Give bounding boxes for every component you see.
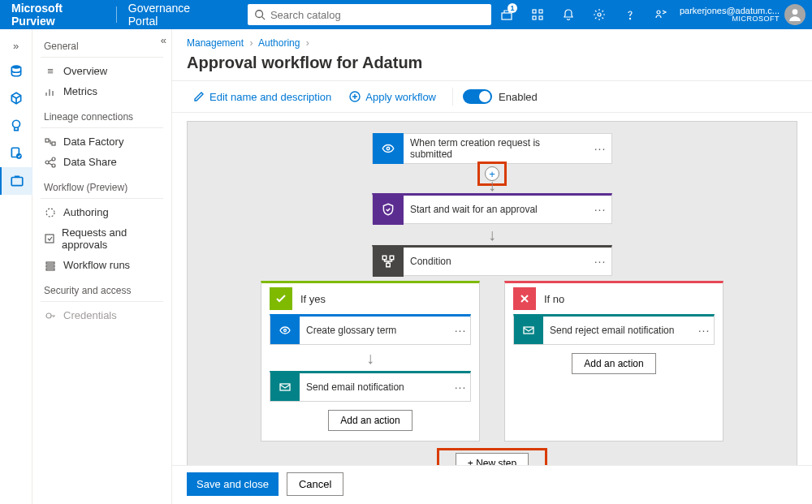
rail-item-sources[interactable] (0, 57, 32, 84)
gear-icon[interactable] (584, 0, 615, 29)
sidebar-item-data-share[interactable]: Data Share (32, 152, 171, 172)
cancel-button[interactable]: Cancel (287, 472, 343, 496)
sidebar-item-label: Authoring (63, 206, 109, 218)
overview-icon: ≡ (44, 65, 57, 77)
eye-icon (270, 317, 300, 344)
rail-item-management[interactable] (0, 167, 32, 195)
arrow-down-icon: ↓ (270, 345, 471, 371)
svg-point-12 (12, 120, 19, 127)
cmd-label: Apply workflow (365, 91, 436, 103)
svg-point-10 (793, 9, 798, 15)
canvas-scroll[interactable]: When term creation request is submitted … (172, 113, 812, 465)
edit-name-button[interactable]: Edit name and description (187, 88, 338, 106)
svg-point-21 (46, 209, 54, 217)
more-icon[interactable]: ··· (589, 142, 611, 155)
help-icon[interactable] (615, 0, 646, 29)
user-text: parkerjones@adatum.c... MICROSOFT (680, 6, 780, 24)
svg-rect-30 (390, 256, 394, 260)
search-wrap (248, 4, 491, 25)
more-icon[interactable]: ··· (694, 324, 714, 337)
create-term-card[interactable]: Create glossary term ··· (270, 314, 471, 345)
add-action-button[interactable]: Add an action (572, 353, 655, 374)
new-step-button[interactable]: + New step (456, 453, 529, 465)
svg-rect-15 (11, 178, 23, 186)
diagnostics-icon[interactable]: 1 (491, 0, 522, 29)
sidebar-item-requests[interactable]: Requests and approvals (32, 222, 171, 255)
svg-rect-3 (533, 10, 536, 13)
section-general: General (32, 36, 171, 55)
enabled-toggle[interactable] (463, 89, 492, 104)
svg-rect-17 (52, 142, 55, 145)
trigger-card[interactable]: When term creation request is submitted … (372, 133, 612, 164)
portal-name[interactable]: Governance Portal (117, 2, 230, 28)
svg-point-28 (387, 147, 389, 149)
left-rail: » (0, 29, 32, 504)
more-icon[interactable]: ··· (451, 324, 470, 337)
send-reject-card[interactable]: Send reject email notification ··· (513, 314, 715, 345)
more-icon[interactable]: ··· (451, 381, 470, 394)
card-label: Send reject email notification (543, 325, 694, 336)
grid-icon[interactable] (522, 0, 553, 29)
rail-item-insights[interactable] (0, 112, 32, 140)
command-bar: Edit name and description Apply workflow… (172, 80, 812, 113)
brand-name[interactable]: Microsoft Purview (0, 2, 116, 28)
mail-icon (270, 373, 300, 401)
user-block[interactable]: parkerjones@adatum.c... MICROSOFT (676, 4, 812, 25)
cmd-label: Edit name and description (209, 91, 331, 103)
condition-card[interactable]: Condition ··· (372, 245, 612, 276)
more-icon[interactable]: ··· (589, 203, 611, 216)
feedback-icon[interactable] (646, 0, 676, 29)
svg-rect-5 (533, 16, 536, 19)
sidebar-item-data-factory[interactable]: Data Factory (32, 131, 171, 152)
sidebar-item-credentials[interactable]: Credentials (32, 305, 171, 325)
rail-item-catalog[interactable] (0, 84, 32, 112)
rail-expand-icon[interactable]: » (0, 34, 32, 57)
sidebar-item-label: Data Share (63, 156, 117, 168)
connector: ↓ (488, 224, 496, 245)
more-icon[interactable]: ··· (589, 255, 611, 268)
sidebar-item-authoring[interactable]: Authoring (32, 202, 171, 222)
chevron-right-icon: › (303, 37, 313, 49)
branch-header: If yes (270, 283, 471, 314)
sidebar-item-runs[interactable]: Workflow runs (32, 255, 171, 275)
svg-point-11 (11, 65, 20, 69)
condition-branches: If yes Create glossary term ··· ↓ Send e… (261, 281, 723, 442)
svg-point-20 (52, 164, 55, 167)
svg-point-8 (629, 18, 630, 19)
divider (41, 57, 163, 58)
side-collapse-icon[interactable]: « (161, 34, 166, 46)
divider (41, 301, 163, 302)
bell-icon[interactable] (553, 0, 584, 29)
approval-card[interactable]: Start and wait for an approval ··· (372, 193, 612, 224)
sidebar-item-overview[interactable]: ≡Overview (32, 61, 171, 81)
card-label: Start and wait for an approval (404, 204, 589, 215)
new-step-wrap: + New step (439, 453, 545, 465)
runs-icon (44, 260, 57, 271)
search-box[interactable] (248, 4, 491, 25)
sidebar-item-label: Workflow runs (63, 259, 130, 271)
add-action-row: Add an action (513, 353, 715, 374)
metrics-icon (44, 86, 57, 97)
breadcrumb-link[interactable]: Management (187, 37, 244, 49)
add-action-button[interactable]: Add an action (328, 410, 412, 431)
rail-item-policy[interactable] (0, 140, 32, 167)
topbar-actions: 1 parkerjones@adatum.c... MICROSOFT (491, 0, 812, 29)
svg-point-19 (52, 157, 55, 161)
data-factory-icon (44, 136, 57, 148)
toggle-label: Enabled (499, 91, 538, 103)
apply-workflow-button[interactable]: Apply workflow (343, 88, 443, 106)
breadcrumb-link[interactable]: Authoring (258, 37, 300, 49)
avatar[interactable] (784, 4, 806, 25)
approval-icon (373, 194, 404, 225)
sidebar-item-label: Metrics (63, 85, 97, 97)
svg-point-18 (45, 161, 49, 164)
search-input[interactable] (270, 9, 485, 21)
svg-rect-2 (502, 13, 512, 19)
send-email-card[interactable]: Send email notification ··· (270, 371, 471, 402)
svg-rect-33 (280, 384, 290, 390)
save-button[interactable]: Save and close (187, 472, 279, 496)
sidebar-item-metrics[interactable]: Metrics (32, 81, 171, 101)
requests-icon (44, 233, 55, 244)
if-yes-branch: If yes Create glossary term ··· ↓ Send e… (261, 281, 480, 442)
svg-point-7 (598, 13, 601, 16)
